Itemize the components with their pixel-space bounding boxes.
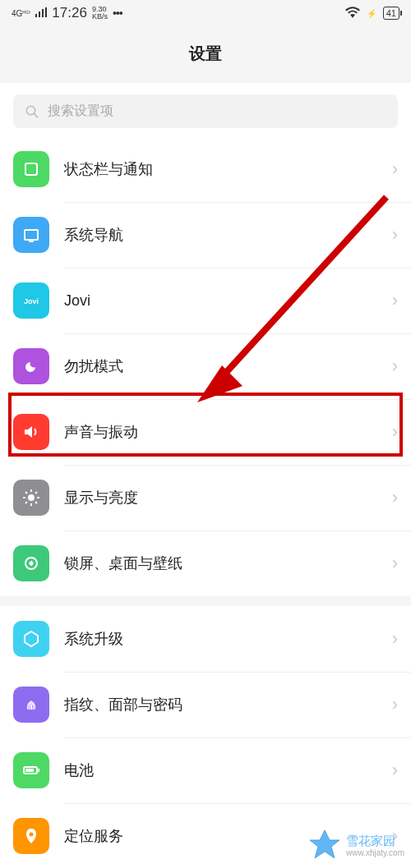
svg-line-17 bbox=[25, 502, 27, 503]
jovi-icon: Jovi bbox=[13, 282, 49, 319]
watermark-logo bbox=[308, 829, 341, 861]
settings-row-lockscreen[interactable]: 锁屏、桌面与壁纸› bbox=[0, 530, 411, 596]
watermark: 雪花家园 www.xhjaty.com bbox=[308, 829, 404, 861]
search-input[interactable]: 搜索设置项 bbox=[13, 94, 398, 128]
settings-row-sound[interactable]: 声音与振动› bbox=[0, 399, 411, 465]
settings-row-label: 锁屏、桌面与壁纸 bbox=[64, 553, 392, 573]
network-speed: 9.30KB/s bbox=[92, 6, 108, 21]
page-header: 设置 bbox=[0, 26, 411, 83]
svg-line-5 bbox=[34, 113, 38, 117]
sound-icon bbox=[13, 414, 49, 450]
svg-line-18 bbox=[35, 492, 37, 494]
upgrade-icon bbox=[13, 621, 49, 657]
svg-rect-23 bbox=[25, 769, 34, 772]
chevron-right-icon: › bbox=[392, 356, 398, 377]
chevron-right-icon: › bbox=[392, 158, 398, 180]
svg-point-10 bbox=[28, 494, 35, 501]
settings-row-sysnav[interactable]: 系统导航› bbox=[0, 202, 411, 268]
svg-rect-22 bbox=[38, 769, 39, 772]
nav-icon bbox=[13, 217, 49, 253]
svg-rect-8 bbox=[29, 240, 34, 242]
settings-row-label: 系统升级 bbox=[64, 629, 392, 649]
settings-row-label: 电池 bbox=[64, 760, 392, 780]
battery-indicator: 41 bbox=[383, 7, 399, 20]
settings-row-label: Jovi bbox=[64, 292, 392, 310]
svg-rect-3 bbox=[45, 7, 47, 17]
finger-icon bbox=[13, 687, 49, 723]
location-icon bbox=[13, 818, 49, 854]
dnd-icon bbox=[13, 348, 49, 384]
search-container: 搜索设置项 bbox=[0, 83, 411, 136]
svg-line-15 bbox=[25, 492, 27, 494]
watermark-brand: 雪花家园 bbox=[346, 834, 404, 848]
settings-row-upgrade[interactable]: 系统升级› bbox=[0, 606, 411, 672]
svg-text:Jovi: Jovi bbox=[24, 297, 39, 305]
chevron-right-icon: › bbox=[392, 628, 398, 650]
settings-row-label: 勿扰模式 bbox=[64, 356, 392, 376]
search-placeholder: 搜索设置项 bbox=[48, 103, 113, 120]
chevron-right-icon: › bbox=[392, 421, 398, 443]
settings-row-jovi[interactable]: JoviJovi› bbox=[0, 268, 411, 333]
settings-row-label: 显示与亮度 bbox=[64, 488, 392, 507]
chevron-right-icon: › bbox=[392, 553, 398, 574]
more-icon: ••• bbox=[113, 7, 122, 20]
settings-row-label: 指纹、面部与密码 bbox=[64, 695, 392, 714]
settings-row-battery[interactable]: 电池› bbox=[0, 737, 411, 803]
chevron-right-icon: › bbox=[392, 694, 398, 715]
chevron-right-icon: › bbox=[392, 487, 398, 508]
search-icon bbox=[25, 104, 39, 119]
svg-rect-2 bbox=[42, 9, 44, 17]
wifi-icon bbox=[345, 7, 360, 21]
signal-icon bbox=[35, 7, 47, 19]
display-icon bbox=[13, 480, 49, 516]
svg-rect-7 bbox=[25, 230, 38, 240]
chevron-right-icon: › bbox=[392, 760, 398, 781]
settings-row-display[interactable]: 显示与亮度› bbox=[0, 465, 411, 530]
settings-row-label: 系统导航 bbox=[64, 225, 392, 245]
settings-row-label: 状态栏与通知 bbox=[64, 159, 392, 179]
clock: 17:26 bbox=[52, 5, 87, 21]
settings-row-label: 声音与振动 bbox=[64, 422, 392, 442]
svg-rect-6 bbox=[25, 163, 37, 175]
chevron-right-icon: › bbox=[392, 290, 398, 311]
watermark-url: www.xhjaty.com bbox=[346, 848, 404, 857]
page-title: 设置 bbox=[0, 43, 411, 65]
chevron-right-icon: › bbox=[392, 224, 398, 246]
settings-row-statusbar[interactable]: 状态栏与通知› bbox=[0, 136, 411, 202]
svg-line-16 bbox=[35, 502, 37, 503]
lock-icon bbox=[13, 545, 49, 581]
network-label: 4Gᴴᴰ bbox=[12, 9, 30, 18]
svg-rect-0 bbox=[35, 14, 37, 17]
status-bar: 4Gᴴᴰ 17:26 9.30KB/s ••• ⚡ 41 bbox=[0, 0, 411, 26]
statusbar-icon bbox=[13, 151, 49, 187]
charging-icon: ⚡ bbox=[367, 9, 376, 18]
battery-icon bbox=[13, 752, 49, 788]
svg-rect-1 bbox=[39, 11, 40, 17]
settings-group-1: 状态栏与通知›系统导航›JoviJovi›勿扰模式›声音与振动›显示与亮度›锁屏… bbox=[0, 136, 411, 596]
svg-point-24 bbox=[30, 833, 34, 837]
settings-row-fingerprint[interactable]: 指纹、面部与密码› bbox=[0, 672, 411, 737]
settings-row-dnd[interactable]: 勿扰模式› bbox=[0, 333, 411, 399]
